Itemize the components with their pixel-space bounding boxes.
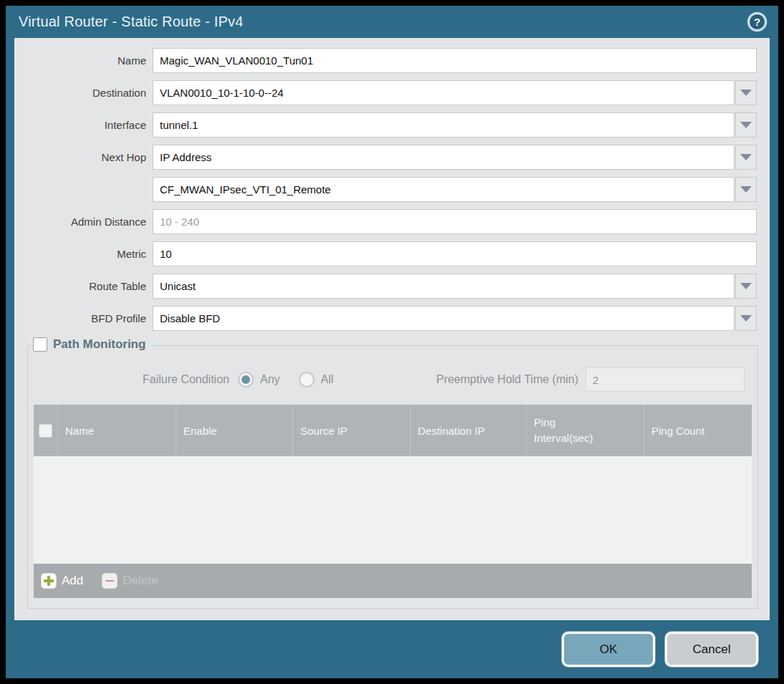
form-row-bfd-profile: BFD Profile xyxy=(14,306,770,331)
radio-dot xyxy=(242,375,250,384)
delete-button-label: Delete xyxy=(123,574,158,588)
metric-input[interactable] xyxy=(153,241,757,266)
form-row-destination: Destination xyxy=(14,80,770,105)
destination-label: Destination xyxy=(14,87,153,99)
chevron-down-icon xyxy=(740,315,752,322)
path-monitoring-table: Name Enable Source IP Destination IP Pin… xyxy=(34,405,752,598)
bfd-profile-dropdown-button[interactable] xyxy=(735,306,757,331)
dialog-outer-frame: Virtual Router - Static Route - IPv4 ? N… xyxy=(0,0,784,684)
interface-label: Interface xyxy=(14,119,153,131)
cancel-button[interactable]: Cancel xyxy=(665,632,758,667)
column-header-enable[interactable]: Enable xyxy=(176,405,293,456)
chevron-down-icon xyxy=(740,283,752,289)
failure-condition-radio-group: Any All xyxy=(238,372,352,387)
radio-all-label: All xyxy=(321,373,334,386)
ok-button[interactable]: OK xyxy=(562,632,655,667)
dialog-titlebar: Virtual Router - Static Route - IPv4 ? xyxy=(6,6,778,38)
preemptive-hold-time-input[interactable] xyxy=(585,367,745,392)
form-row-interface: Interface xyxy=(14,112,770,138)
static-route-dialog: Virtual Router - Static Route - IPv4 ? N… xyxy=(6,6,778,678)
help-icon[interactable]: ? xyxy=(747,12,767,32)
form-row-name: Name xyxy=(14,48,770,73)
route-table-dropdown-button[interactable] xyxy=(735,274,757,299)
failure-condition-row: Failure Condition Any All Preemptive Hol… xyxy=(28,367,757,392)
chevron-down-icon xyxy=(740,186,752,193)
radio-any[interactable] xyxy=(238,372,254,387)
next-hop-label: Next Hop xyxy=(14,151,153,163)
form-row-next-hop-address xyxy=(14,177,770,202)
form-row-admin-distance: Admin Distance xyxy=(14,209,770,234)
admin-distance-label: Admin Distance xyxy=(14,216,153,228)
failure-condition-label: Failure Condition xyxy=(143,373,229,386)
radio-all[interactable] xyxy=(299,372,315,387)
column-header-ping-interval[interactable]: Ping Interval(sec) xyxy=(527,405,644,456)
path-monitoring-section: Path Monitoring Failure Condition Any Al… xyxy=(27,345,758,609)
form-row-route-table: Route Table xyxy=(14,274,770,299)
destination-input[interactable] xyxy=(153,80,735,105)
next-hop-type-dropdown-button[interactable] xyxy=(735,145,757,170)
delete-button[interactable]: Delete xyxy=(102,573,158,589)
chevron-down-icon xyxy=(740,90,752,96)
interface-input[interactable] xyxy=(153,112,735,138)
dialog-title: Virtual Router - Static Route - IPv4 xyxy=(19,14,747,30)
dialog-footer: OK Cancel xyxy=(6,620,778,678)
table-header: Name Enable Source IP Destination IP Pin… xyxy=(34,405,752,456)
dialog-content: Name Destination Interface xyxy=(14,38,770,620)
minus-icon xyxy=(102,573,118,589)
column-header-name[interactable]: Name xyxy=(58,405,176,456)
column-header-source-ip[interactable]: Source IP xyxy=(293,405,411,456)
radio-dot xyxy=(302,375,311,384)
interface-dropdown-button[interactable] xyxy=(735,112,757,138)
add-button[interactable]: Add xyxy=(41,573,83,589)
chevron-down-icon xyxy=(740,154,752,160)
bfd-profile-label: BFD Profile xyxy=(14,312,153,324)
static-route-form: Name Destination Interface xyxy=(14,38,770,331)
route-table-label: Route Table xyxy=(14,280,153,292)
preemptive-hold-time-label: Preemptive Hold Time (min) xyxy=(436,373,578,386)
next-hop-address-dropdown-button[interactable] xyxy=(735,177,757,202)
path-monitoring-legend: Path Monitoring xyxy=(32,337,151,352)
table-toolbar: Add Delete xyxy=(34,564,752,598)
name-input[interactable] xyxy=(153,48,757,73)
form-row-next-hop: Next Hop xyxy=(14,145,770,170)
column-header-ping-count[interactable]: Ping Count xyxy=(644,405,752,456)
plus-icon xyxy=(41,573,57,589)
radio-any-label: Any xyxy=(260,373,280,386)
next-hop-type-input[interactable] xyxy=(153,145,735,170)
bfd-profile-input[interactable] xyxy=(153,306,735,331)
select-all-checkbox-cell xyxy=(34,405,58,456)
destination-dropdown-button[interactable] xyxy=(735,80,757,105)
column-header-destination-ip[interactable]: Destination IP xyxy=(411,405,527,456)
select-all-checkbox[interactable] xyxy=(39,424,52,438)
route-table-input[interactable] xyxy=(153,274,735,299)
path-monitoring-title: Path Monitoring xyxy=(53,337,145,352)
chevron-down-icon xyxy=(740,122,752,128)
path-monitoring-checkbox[interactable] xyxy=(33,337,47,352)
add-button-label: Add xyxy=(62,574,83,588)
metric-label: Metric xyxy=(14,248,153,260)
table-body-empty xyxy=(34,456,752,564)
admin-distance-input[interactable] xyxy=(153,209,757,234)
form-row-metric: Metric xyxy=(14,241,770,266)
name-label: Name xyxy=(14,54,153,67)
next-hop-address-input[interactable] xyxy=(153,177,735,202)
